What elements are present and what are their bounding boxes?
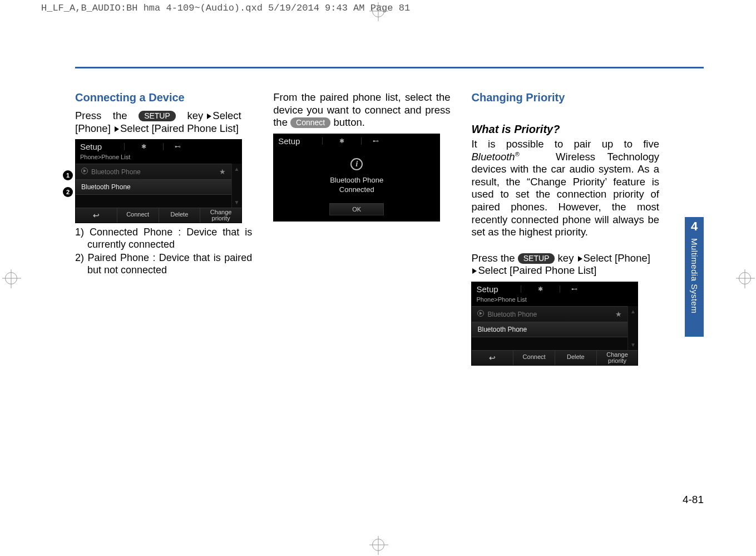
phone-row-paired[interactable]: Bluetooth Phone bbox=[76, 179, 231, 194]
instruction-connect: From the paired phone list, select the d… bbox=[273, 91, 450, 129]
word-select: Select bbox=[213, 110, 241, 121]
phone-row-2-label: Bluetooth Phone bbox=[81, 183, 131, 191]
modal-line-2: Connected bbox=[339, 185, 374, 194]
heading-connecting: Connecting a Device bbox=[75, 91, 252, 104]
modal-body: i Bluetooth Phone Connected OK bbox=[274, 148, 439, 222]
header-rule bbox=[75, 67, 704, 68]
triangle-icon bbox=[472, 268, 477, 274]
back-button[interactable] bbox=[472, 351, 513, 365]
chapter-number: 4 bbox=[691, 219, 698, 234]
instruction-3: Press the SETUP key Select [Phone] Selec… bbox=[471, 252, 659, 277]
bluetooth-icon: ✱ bbox=[124, 143, 146, 150]
screenshot-connected-modal: Setup ✱ ⊷ i Bluetooth Phone Connected OK bbox=[273, 134, 440, 222]
back-button[interactable] bbox=[76, 208, 117, 223]
scroll-bar[interactable]: ▲ ▼ bbox=[231, 164, 241, 208]
para-part-b: Wireless Technology devices with the car… bbox=[471, 151, 659, 238]
press-the: Press the bbox=[471, 252, 517, 264]
column-3: Changing Priority What is Priority? It i… bbox=[471, 91, 659, 369]
page-number: 4-81 bbox=[683, 494, 704, 506]
page: H_LF_A,B_AUDIO:BH hma 4-109~(Audio).qxd … bbox=[0, 0, 756, 556]
select-paired: Select [Paired Phone List] bbox=[478, 264, 596, 276]
scroll-up-icon[interactable]: ▲ bbox=[232, 164, 241, 174]
setup-key-badge: SETUP bbox=[518, 253, 555, 264]
modal-text: Bluetooth Phone Connected bbox=[330, 176, 383, 195]
para-part-a: It is possible to pair up to five bbox=[471, 138, 659, 150]
registered-mark: ® bbox=[515, 151, 520, 158]
setup-key-badge: SETUP bbox=[139, 111, 176, 121]
modal-line-1: Bluetooth Phone bbox=[330, 176, 383, 184]
phone-row-1-label: Bluetooth Phone bbox=[91, 168, 141, 176]
phone-row-paired[interactable]: Bluetooth Phone bbox=[472, 322, 627, 337]
change-priority-button[interactable]: Change priority bbox=[200, 208, 241, 223]
screenshot-title-bar: Setup ✱ ⊷ bbox=[472, 282, 638, 296]
phone-row-empty bbox=[76, 194, 231, 208]
triangle-icon bbox=[578, 256, 582, 262]
screenshot-title-bar: Setup ✱ ⊷ bbox=[274, 134, 439, 148]
screenshot-paired-list-2: Setup ✱ ⊷ Phone>Phone List Bluetooth Pho… bbox=[471, 282, 638, 366]
screenshot-wrap-1: 1 2 Setup ✱ ⊷ Phone>Phone List Bluetooth… bbox=[75, 139, 252, 223]
scroll-up-icon[interactable]: ▲ bbox=[628, 306, 638, 317]
play-icon bbox=[81, 168, 88, 174]
heading-changing-priority: Changing Priority bbox=[471, 91, 659, 104]
bluetooth-icon: ✱ bbox=[521, 286, 543, 293]
crop-mark-bottom bbox=[367, 534, 389, 556]
connect-badge: Connect bbox=[290, 117, 330, 128]
list-item-2: 2) Paired Phone : Device that is paired … bbox=[75, 252, 252, 277]
change-label-2: priority bbox=[212, 215, 230, 222]
chapter-title: Multimedia System bbox=[690, 238, 699, 313]
paired-bracket: Select [Paired Phone List] bbox=[120, 122, 239, 134]
print-slug: H_LF_A,B_AUDIO:BH hma 4-109~(Audio).qxd … bbox=[41, 3, 410, 13]
bluetooth-icon: ✱ bbox=[322, 137, 344, 145]
back-icon bbox=[93, 213, 100, 219]
usb-icon: ⊷ bbox=[163, 143, 181, 150]
screenshot-breadcrumb: Phone>Phone List bbox=[76, 154, 241, 164]
screenshot-title: Setup bbox=[476, 284, 498, 294]
play-icon bbox=[477, 310, 484, 317]
star-icon: ★ bbox=[219, 168, 226, 176]
phone-row-empty bbox=[472, 337, 627, 350]
change-label-2: priority bbox=[608, 357, 626, 364]
phone-row-connected[interactable]: Bluetooth Phone ★ bbox=[472, 306, 627, 322]
screenshot-title-bar: Setup ✱ ⊷ bbox=[76, 140, 241, 154]
word-the: the bbox=[113, 110, 127, 121]
callout-2: 2 bbox=[63, 187, 73, 197]
priority-paragraph: It is possible to pair up to five Blueto… bbox=[471, 138, 659, 239]
scroll-bar[interactable]: ▲ ▼ bbox=[627, 306, 638, 350]
change-priority-button[interactable]: Change priority bbox=[597, 351, 638, 365]
crop-mark-left bbox=[0, 267, 22, 289]
screenshot-title: Setup bbox=[278, 136, 300, 146]
intro-text-2: button. bbox=[333, 116, 365, 128]
screenshot-breadcrumb: Phone>Phone List bbox=[472, 296, 638, 306]
subheading-what-is-priority: What is Priority? bbox=[471, 123, 659, 136]
phone-row-connected[interactable]: Bluetooth Phone ★ bbox=[76, 164, 231, 179]
content: Connecting a Device Press the SETUP key … bbox=[75, 91, 659, 369]
screenshot-title: Setup bbox=[80, 142, 102, 151]
back-icon bbox=[489, 355, 496, 362]
side-tab: 4 Multimedia System bbox=[685, 217, 704, 337]
screenshot-button-row: Connect Delete Change priority bbox=[76, 208, 241, 223]
list-item-1: 1) Connected Phone : Device that is cur­… bbox=[75, 227, 252, 251]
instruction-1: Press the SETUP key Select [Phone] Selec… bbox=[75, 110, 252, 135]
screenshot-button-row: Connect Delete Change priority bbox=[472, 350, 638, 365]
scroll-down-icon[interactable]: ▼ bbox=[232, 197, 241, 208]
connect-button[interactable]: Connect bbox=[513, 351, 555, 365]
bluetooth-word: Bluetooth bbox=[471, 151, 515, 163]
star-icon: ★ bbox=[615, 310, 622, 318]
triangle-icon bbox=[115, 126, 119, 132]
screenshot-body: Bluetooth Phone ★ Bluetooth Phone ▲ ▼ bbox=[76, 164, 241, 208]
ok-button[interactable]: OK bbox=[329, 203, 384, 215]
scroll-down-icon[interactable]: ▼ bbox=[628, 339, 638, 350]
word-press: Press bbox=[75, 110, 101, 121]
phone-row-2-label: Bluetooth Phone bbox=[477, 326, 527, 333]
crop-mark-top bbox=[367, 0, 389, 22]
triangle-icon bbox=[207, 114, 211, 119]
word-key: key bbox=[187, 110, 203, 121]
connect-button[interactable]: Connect bbox=[117, 208, 159, 223]
column-1: Connecting a Device Press the SETUP key … bbox=[75, 91, 252, 369]
delete-button[interactable]: Delete bbox=[555, 351, 597, 365]
delete-button[interactable]: Delete bbox=[159, 208, 201, 223]
key-word: key bbox=[558, 252, 574, 264]
screenshot-paired-list-1: Setup ✱ ⊷ Phone>Phone List Bluetooth Pho… bbox=[75, 139, 242, 223]
column-2: From the paired phone list, select the d… bbox=[273, 91, 450, 369]
info-icon: i bbox=[350, 158, 363, 170]
